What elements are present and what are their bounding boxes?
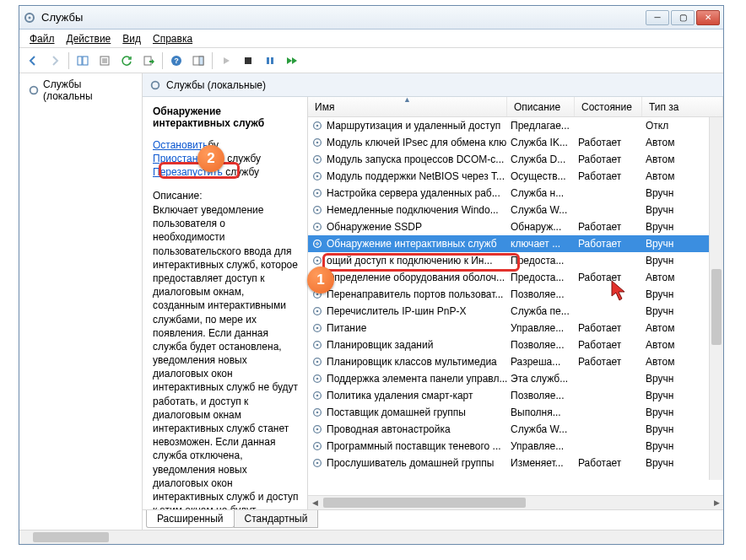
vertical-scrollbar[interactable] <box>709 117 723 480</box>
tree-root-services[interactable]: Службы (локальны <box>19 73 142 107</box>
table-row[interactable]: Проводная автонастройкаСлужба W...Вручн <box>308 421 723 438</box>
service-desc-cell: Изменяет... <box>507 457 575 469</box>
scroll-right-icon[interactable]: ▶ <box>710 498 723 507</box>
show-hide-tree-button[interactable] <box>73 51 93 71</box>
service-desc-cell: Осуществ... <box>507 170 575 182</box>
pause-service-button[interactable] <box>260 51 280 71</box>
table-row[interactable]: Определение оборудования оболоч...Предос… <box>308 269 723 286</box>
service-desc-cell: Служба W... <box>507 423 575 435</box>
main-header-label: Службы (локальные) <box>166 79 266 91</box>
service-name-cell: Модуль ключей IPsec для обмена клю... <box>327 137 507 148</box>
description-label: Описание: <box>153 190 299 202</box>
table-row[interactable]: Модуль ключей IPsec для обмена клю...Слу… <box>308 134 723 151</box>
gear-icon <box>311 137 323 148</box>
gear-icon <box>311 221 323 233</box>
table-row[interactable]: Планировщик классов мультимедиаРазреша..… <box>308 353 723 370</box>
service-desc-cell: Предоста... <box>507 272 575 283</box>
col-name[interactable]: Имя▲ <box>308 97 507 116</box>
svg-point-21 <box>316 142 319 144</box>
minimize-button[interactable]: ─ <box>646 10 669 25</box>
scroll-left-icon[interactable]: ◀ <box>308 498 322 507</box>
sidebar-scrollbar[interactable] <box>19 530 723 544</box>
table-row[interactable]: Планировщик заданийПозволяе...РаботаетАв… <box>308 337 723 353</box>
gear-icon <box>28 84 40 96</box>
service-desc-cell: Предоста... <box>507 255 575 267</box>
toolbar: ? <box>19 48 723 73</box>
help-button[interactable]: ? <box>166 51 186 71</box>
restart-link[interactable]: Перезапустить <box>153 166 223 178</box>
scrollbar-thumb[interactable] <box>711 269 722 345</box>
gear-icon <box>311 170 323 182</box>
svg-rect-14 <box>267 57 269 64</box>
col-desc[interactable]: Описание <box>507 97 575 116</box>
service-status-cell: Работает <box>575 137 642 148</box>
action-pane-button[interactable] <box>188 51 208 71</box>
svg-point-57 <box>316 445 319 448</box>
service-status-cell: Работает <box>575 153 642 165</box>
close-button[interactable]: ✕ <box>696 10 720 25</box>
properties-button[interactable] <box>95 51 115 71</box>
svg-point-33 <box>316 243 319 245</box>
service-desc-cell: Служба пе... <box>507 305 575 317</box>
service-status-cell: Работает <box>575 170 642 182</box>
table-row[interactable]: Настройка сервера удаленных раб...Служба… <box>308 185 723 202</box>
svg-point-35 <box>316 260 319 262</box>
refresh-button[interactable] <box>116 51 137 71</box>
gear-icon <box>311 272 323 283</box>
table-row[interactable]: Маршрутизация и удаленный доступПредлага… <box>308 117 723 134</box>
table-row[interactable]: ощий доступ к подключению к Ин...Предост… <box>308 252 723 269</box>
pause-link[interactable]: Приостановить <box>153 153 224 164</box>
export-button[interactable] <box>138 51 159 71</box>
horizontal-scrollbar[interactable]: ◀ ▶ <box>308 495 723 509</box>
start-service-button[interactable] <box>216 51 236 71</box>
window-title: Службы <box>41 11 646 24</box>
menu-help[interactable]: Справка <box>148 31 197 46</box>
table-row[interactable]: Модуль запуска процессов DCOM-с...Служба… <box>308 151 723 168</box>
col-status[interactable]: Состояние <box>575 97 642 116</box>
gear-icon <box>311 305 323 317</box>
table-row[interactable]: Немедленные подключения Windo...Служба W… <box>308 202 723 218</box>
stop-link[interactable]: Остановить <box>153 139 208 151</box>
table-row[interactable]: Модуль поддержки NetBIOS через T...Осуще… <box>308 168 723 185</box>
tab-extended[interactable]: Расширенный <box>146 510 235 528</box>
svg-point-25 <box>316 175 319 178</box>
service-name-cell: Поставщик домашней группы <box>327 407 466 418</box>
stop-service-button[interactable] <box>238 51 258 71</box>
table-row[interactable]: ПитаниеУправляе...РаботаетАвтом <box>308 320 723 337</box>
table-row[interactable]: Обнаружение SSDPОбнаруж...РаботаетВручн <box>308 218 723 235</box>
main-pane: Службы (локальные) Обнаружение интеракти… <box>143 73 723 530</box>
tree-sidebar: Службы (локальны <box>19 73 143 530</box>
col-type[interactable]: Тип за <box>642 97 723 116</box>
menu-view[interactable]: Вид <box>117 31 146 46</box>
gear-icon <box>311 390 323 401</box>
table-row[interactable]: Перечислитель IP-шин PnP-XСлужба пе...Вр… <box>308 303 723 320</box>
table-row[interactable]: Обнаружение интерактивных службключает .… <box>308 235 723 252</box>
forward-button[interactable] <box>45 51 65 71</box>
table-row[interactable]: Поставщик домашней группыВыполня...Вручн <box>308 404 723 421</box>
maximize-button[interactable]: ▢ <box>671 10 695 25</box>
menu-action[interactable]: Действие <box>62 31 116 46</box>
service-name-cell: Планировщик заданий <box>327 339 433 351</box>
table-row[interactable]: Поддержка элемента панели управл...Эта с… <box>308 370 723 387</box>
rows-container: Маршрутизация и удаленный доступПредлага… <box>308 117 723 495</box>
back-button[interactable] <box>23 51 43 71</box>
svg-point-16 <box>30 87 38 94</box>
table-row[interactable]: Прослушиватель домашней группыИзменяет..… <box>308 455 723 471</box>
gear-icon <box>311 356 323 368</box>
table-row[interactable]: Программный поставщик теневого ...Управл… <box>308 438 723 455</box>
restart-service-button[interactable] <box>282 51 302 71</box>
gear-icon <box>311 288 323 300</box>
menu-file[interactable]: Файл <box>24 31 60 46</box>
table-row[interactable]: Политика удаления смарт-картПозволяе...В… <box>308 387 723 404</box>
table-row[interactable]: Перенаправитель портов пользоват...Позво… <box>308 286 723 303</box>
service-desc-cell: Управляе... <box>507 322 575 334</box>
tab-standard[interactable]: Стандартный <box>234 510 319 528</box>
gear-icon <box>149 79 161 91</box>
service-name-cell: Питание <box>327 322 366 334</box>
menubar: Файл Действие Вид Справка <box>19 30 723 48</box>
service-desc-cell: Служба W... <box>507 204 575 216</box>
scrollbar-thumb[interactable] <box>33 532 109 542</box>
gear-icon <box>311 120 323 132</box>
titlebar[interactable]: Службы ─ ▢ ✕ <box>19 6 723 30</box>
scrollbar-thumb[interactable] <box>323 498 526 508</box>
